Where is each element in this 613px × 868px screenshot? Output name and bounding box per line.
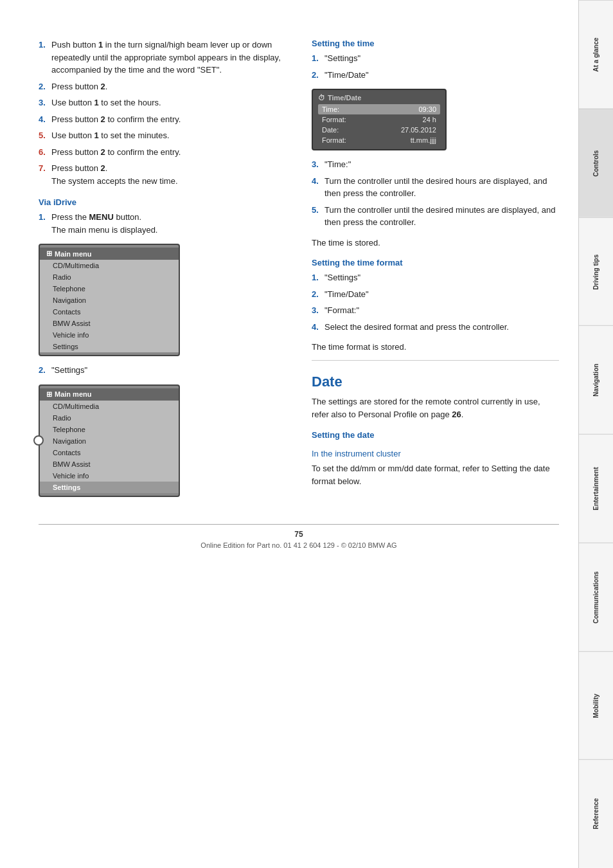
step-5: 5. Use button 1 to set the minutes. bbox=[39, 129, 286, 142]
right-step-5: 5. Turn the controller until the desired… bbox=[312, 204, 559, 229]
right-step-num-1: 1. bbox=[312, 52, 321, 65]
menu-item-bmw-assist-2: BMW Assist bbox=[40, 458, 179, 470]
sidebar-tab-navigation[interactable]: Navigation bbox=[579, 325, 613, 434]
menu-title-1: ⊞ Main menu bbox=[40, 248, 179, 260]
date-description: The settings are stored for the remote c… bbox=[312, 395, 559, 421]
steps-list: 1. Push button 1 in the turn signal/high… bbox=[39, 39, 286, 187]
setting-time-format-heading: Setting the time format bbox=[312, 258, 559, 267]
menu-item-radio: Radio bbox=[40, 271, 179, 283]
screen-value-format2: tt.mm.jjjj bbox=[411, 136, 436, 144]
sidebar-tab-reference[interactable]: Reference bbox=[579, 759, 613, 868]
idrive-step-1-text: Press the MENU button.The main menu is d… bbox=[51, 211, 286, 236]
section-divider bbox=[312, 360, 559, 361]
step-2: 2. Press button 2. bbox=[39, 80, 286, 93]
menu-item-vehicle-info-2: Vehicle info bbox=[40, 470, 179, 482]
right-step-num-3: 3. bbox=[312, 158, 321, 171]
right-step-1-text: "Settings" bbox=[324, 52, 559, 65]
step-num-6: 6. bbox=[39, 146, 48, 159]
step-num-5: 5. bbox=[39, 129, 48, 142]
time-stored-text: The time is stored. bbox=[312, 237, 559, 249]
footer: 75 Online Edition for Part no. 01 41 2 6… bbox=[39, 524, 559, 549]
menu-box-1: ⊞ Main menu CD/Multimedia Radio Telephon… bbox=[39, 244, 180, 356]
right-step-num-5: 5. bbox=[312, 204, 321, 229]
stf-step-2: 2. "Time/Date" bbox=[312, 288, 559, 301]
time-format-stored-text: The time format is stored. bbox=[312, 341, 559, 354]
stf-step-1-text: "Settings" bbox=[324, 271, 559, 284]
sidebar-tab-controls[interactable]: Controls bbox=[579, 109, 613, 217]
step-3-text: Use button 1 to set the hours. bbox=[51, 96, 286, 109]
menu-item-settings-1: Settings bbox=[40, 341, 179, 352]
idrive-step2-list: 2. "Settings" bbox=[39, 364, 286, 377]
stf-step-1: 1. "Settings" bbox=[312, 271, 559, 284]
step-5-text: Use button 1 to set the minutes. bbox=[51, 129, 286, 142]
step-6-text: Press button 2 to confirm the entry. bbox=[51, 146, 286, 159]
step-num-4: 4. bbox=[39, 113, 48, 126]
menu-item-vehicle-info: Vehicle info bbox=[40, 329, 179, 341]
idrive-step-1: 1. Press the MENU button.The main menu i… bbox=[39, 211, 286, 236]
stf-step-3-text: "Format:" bbox=[324, 304, 559, 317]
idrive-steps-list: 1. Press the MENU button.The main menu i… bbox=[39, 211, 286, 236]
menu-item-navigation-2: Navigation bbox=[40, 435, 179, 447]
screen-title: ⏱ Time/Date bbox=[318, 94, 440, 102]
menu-item-cd-2: CD/Multimedia bbox=[40, 401, 179, 412]
screen-box: ⏱ Time/Date Time: 09:30 Format: 24 h Dat… bbox=[312, 89, 447, 150]
idrive-step-num-2: 2. bbox=[39, 364, 48, 377]
right-step-4-text: Turn the controller until the desired ho… bbox=[324, 175, 559, 200]
right-step-2: 2. "Time/Date" bbox=[312, 69, 559, 82]
sidebar: At a glance Controls Driving tips Naviga… bbox=[578, 0, 613, 868]
step-num-2: 2. bbox=[39, 80, 48, 93]
stf-num-2: 2. bbox=[312, 288, 321, 301]
step-1-text: Push button 1 in the turn signal/high be… bbox=[51, 39, 286, 77]
stf-step-3: 3. "Format:" bbox=[312, 304, 559, 317]
menu-item-cd: CD/Multimedia bbox=[40, 260, 179, 271]
step-7: 7. Press button 2.The system accepts the… bbox=[39, 162, 286, 187]
in-instrument-cluster-heading: In the instrument cluster bbox=[312, 449, 559, 458]
stf-num-1: 1. bbox=[312, 271, 321, 284]
right-step-2-text: "Time/Date" bbox=[324, 69, 559, 82]
idrive-step-num-1: 1. bbox=[39, 211, 48, 236]
sidebar-tab-mobility[interactable]: Mobility bbox=[579, 651, 613, 760]
sidebar-tab-at-a-glance[interactable]: At a glance bbox=[579, 0, 613, 109]
setting-time-heading: Setting the time bbox=[312, 39, 559, 48]
menu-title-2: ⊞ Main menu bbox=[40, 388, 179, 401]
right-step-3: 3. "Time:" bbox=[312, 158, 559, 171]
time-date-screen: ⏱ Time/Date Time: 09:30 Format: 24 h Dat… bbox=[312, 89, 559, 150]
page-number: 75 bbox=[39, 530, 559, 539]
right-steps-3-5: 3. "Time:" 4. Turn the controller until … bbox=[312, 158, 559, 229]
via-idrive-heading: Via iDrive bbox=[39, 197, 286, 207]
right-step-4: 4. Turn the controller until the desired… bbox=[312, 175, 559, 200]
idrive-step-2-text: "Settings" bbox=[51, 364, 286, 377]
step-num-7: 7. bbox=[39, 162, 48, 187]
sidebar-tab-communications[interactable]: Communications bbox=[579, 543, 613, 651]
stf-step-2-text: "Time/Date" bbox=[324, 288, 559, 301]
stf-step-4-text: Select the desired format and press the … bbox=[324, 321, 559, 334]
menu-item-telephone-2: Telephone bbox=[40, 424, 179, 435]
menu-item-navigation: Navigation bbox=[40, 294, 179, 306]
screen-row-date: Date: 27.05.2012 bbox=[318, 125, 440, 135]
menu-selector-dot bbox=[33, 435, 44, 446]
menu-item-settings-2: Settings bbox=[40, 482, 179, 493]
step-num-1: 1. bbox=[39, 39, 48, 77]
stf-num-3: 3. bbox=[312, 304, 321, 317]
menu-item-telephone: Telephone bbox=[40, 283, 179, 294]
menu-item-contacts: Contacts bbox=[40, 306, 179, 318]
page-ref: 26 bbox=[452, 410, 461, 419]
left-column: 1. Push button 1 in the turn signal/high… bbox=[39, 39, 286, 505]
right-step-5-text: Turn the controller until the desired mi… bbox=[324, 204, 559, 229]
sidebar-tab-driving-tips[interactable]: Driving tips bbox=[579, 217, 613, 326]
stf-step-4: 4. Select the desired format and press t… bbox=[312, 321, 559, 334]
instrument-cluster-text: To set the dd/mm or mm/dd date format, r… bbox=[312, 462, 559, 488]
step-3: 3. Use button 1 to set the hours. bbox=[39, 96, 286, 109]
time-format-steps: 1. "Settings" 2. "Time/Date" 3. "Format:… bbox=[312, 271, 559, 333]
right-step-1: 1. "Settings" bbox=[312, 52, 559, 65]
step-7-text: Press button 2.The system accepts the ne… bbox=[51, 162, 286, 187]
menu-icon-2: ⊞ bbox=[46, 390, 52, 399]
date-heading: Date bbox=[312, 374, 559, 390]
right-step-num-4: 4. bbox=[312, 175, 321, 200]
sidebar-tab-entertainment[interactable]: Entertainment bbox=[579, 434, 613, 543]
step-1: 1. Push button 1 in the turn signal/high… bbox=[39, 39, 286, 77]
step-num-3: 3. bbox=[39, 96, 48, 109]
menu-item-radio-2: Radio bbox=[40, 412, 179, 424]
right-step-3-text: "Time:" bbox=[324, 158, 559, 171]
step-4: 4. Press button 2 to confirm the entry. bbox=[39, 113, 286, 126]
